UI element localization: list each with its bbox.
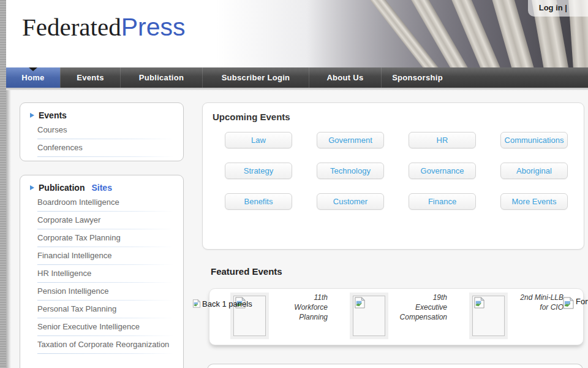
nav-tab-sponsorship-label: Sponsorship [392,73,443,82]
sidebar-item-senior-executive-intelligence[interactable]: Senior Executive Intelligence [37,318,173,336]
nav-tab-subscriber-login-label: Subscriber Login [222,73,290,82]
category-button-communications[interactable]: Communications [500,132,568,148]
arrow-right-icon [30,185,34,190]
nav-tab-events-label: Events [77,73,104,82]
upcoming-events-panel: Upcoming Events Law Government HR Commun… [202,102,584,250]
sidebar-events-heading: Events [29,110,173,120]
nav-tab-subscriber-login[interactable]: Subscriber Login [202,67,309,88]
nav-tab-home[interactable]: Home [6,67,60,88]
carousel-forward-label: Forward [576,297,588,306]
sidebar-events-list: Courses Conferences [37,121,173,157]
category-button-aboriginal[interactable]: Aboriginal [500,163,568,179]
category-button-benefits[interactable]: Benefits [225,193,292,210]
main-navigation: Home Events Publication Subscriber Login… [6,67,588,88]
content-area: Events Courses Conferences Publication S… [6,90,588,368]
sidebar-events-title: Events [39,110,67,120]
featured-event-thumbnail[interactable] [469,293,508,339]
broken-image-icon [354,297,366,309]
sidebar-item-boardroom-intelligence[interactable]: Boardroom Intelligence [37,194,173,212]
nav-tab-about-us-label: About Us [326,73,363,82]
sidebar-item-courses[interactable]: Courses [37,121,173,139]
sidebar-item-corporate-lawyer[interactable]: Corporate Lawyer [37,212,173,229]
carousel-back-label: Back 1 panels [202,299,252,309]
login-area: Log in | [528,0,588,17]
carousel-back-button[interactable]: Back 1 panels [192,299,252,309]
login-link[interactable]: Log in [539,3,563,12]
featured-event-title[interactable]: 11th Workforce Planning [273,293,328,323]
sidebar-item-conferences[interactable]: Conferences [37,139,173,157]
sidebar-item-taxation-of-corporate-reorganization[interactable]: Taxation of Corporate Reorganization [37,336,173,354]
category-button-strategy[interactable]: Strategy [225,163,292,179]
page: FederatedPress Log in | Home Events Publ… [6,0,588,368]
nav-tab-about-us[interactable]: About Us [309,67,381,88]
login-divider: | [565,3,567,12]
logo-text-federated: Federated [22,13,121,41]
broken-image-icon [562,297,575,309]
featured-event-thumbnail[interactable] [350,293,388,339]
broken-image-icon [192,299,201,308]
category-button-finance[interactable]: Finance [409,193,476,210]
sidebar-publication-list: Boardroom Intelligence Corporate Lawyer … [37,194,173,354]
nav-tab-publication[interactable]: Publication [120,67,202,88]
category-button-customer[interactable]: Customer [317,193,384,210]
arrow-right-icon [30,113,34,118]
carousel-forward-button[interactable]: Forward [562,297,588,309]
nav-tab-sponsorship[interactable]: Sponsorship [381,67,453,88]
category-button-grid: Law Government HR Communications Strateg… [225,132,568,210]
sidebar-publication-title-accent: Sites [91,183,111,193]
sidebar-item-financial-intelligence[interactable]: Financial Intelligence [37,247,173,265]
category-button-governance[interactable]: Governance [409,163,476,179]
nav-tab-events[interactable]: Events [60,67,120,88]
nav-tab-publication-label: Publication [139,73,184,82]
category-button-technology[interactable]: Technology [317,163,384,179]
logo-text-press: Press [121,13,186,41]
sidebar-item-pension-intelligence[interactable]: Pension Intelligence [37,283,173,301]
federated-press-logo[interactable]: FederatedPress [22,13,185,41]
sidebar-publication-heading: Publication Sites [29,183,173,193]
next-section-panel [207,364,583,368]
broken-image-icon [473,297,485,309]
featured-event-title[interactable]: 19th Executive Compensation [380,293,447,323]
nav-tab-home-label: Home [21,73,44,82]
sidebar-item-hr-intelligence[interactable]: HR Intelligence [37,265,173,283]
broken-image-placeholder [472,296,505,336]
upcoming-events-title: Upcoming Events [213,112,290,122]
category-button-law[interactable]: Law [225,132,292,148]
featured-events-title: Featured Events [211,266,282,277]
sidebar-item-corporate-tax-planning[interactable]: Corporate Tax Planning [37,229,173,247]
category-button-more-events[interactable]: More Events [500,193,568,210]
category-button-hr[interactable]: HR [409,132,476,148]
broken-image-placeholder [353,296,385,336]
sidebar-publication-title: Publication [39,183,85,193]
sidebar-events-box: Events Courses Conferences [20,102,184,161]
header: FederatedPress Log in | [6,0,588,67]
sidebar-publication-box: Publication Sites Boardroom Intelligence… [20,175,184,368]
category-button-government[interactable]: Government [317,132,384,148]
sidebar-item-personal-tax-planning[interactable]: Personal Tax Planning [37,301,173,318]
